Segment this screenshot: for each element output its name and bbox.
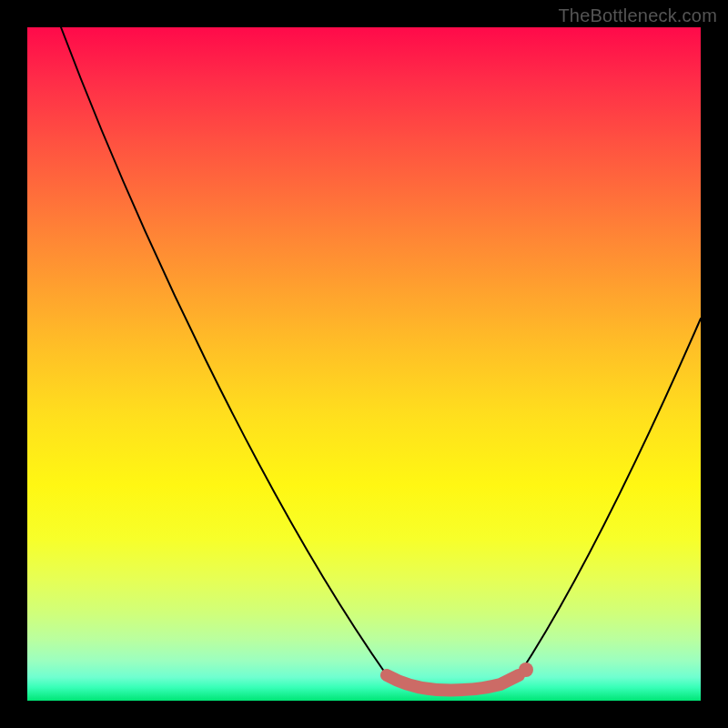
flat-bottom-highlight	[387, 675, 519, 690]
curve-overlay	[27, 27, 701, 701]
chart-frame: TheBottleneck.com	[0, 0, 728, 728]
flat-end-dot	[519, 662, 533, 677]
left-curve	[61, 27, 387, 675]
right-curve	[519, 318, 701, 675]
plot-area	[27, 27, 701, 701]
watermark-text: TheBottleneck.com	[558, 5, 717, 26]
